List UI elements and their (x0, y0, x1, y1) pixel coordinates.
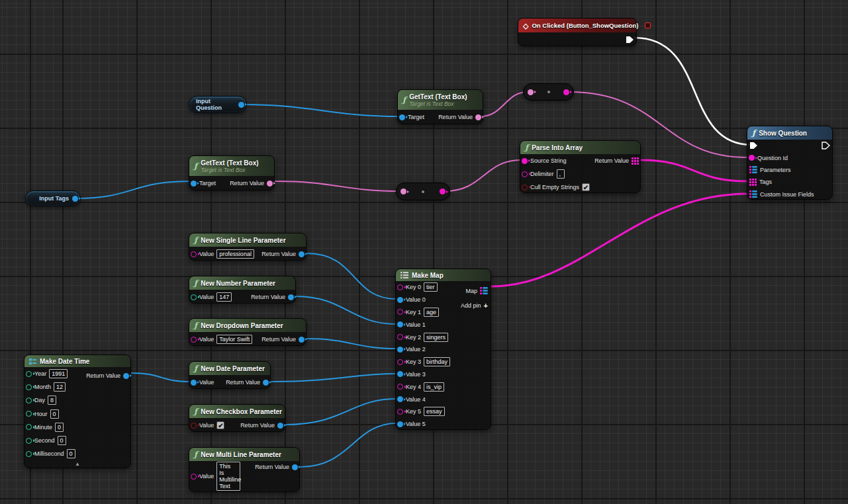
return-value-pin[interactable] (292, 464, 298, 470)
blueprint-canvas[interactable]: ◇ On Clicked (Button_ShowQuestion) Input… (0, 0, 848, 504)
key-5-pin[interactable] (397, 409, 403, 415)
node-new-dropdown-parameter[interactable]: ƒ New Dropdown Parameter Value Taylor Sw… (189, 318, 306, 346)
node-parse-into-array[interactable]: ƒ Parse Into Array Source String Return … (520, 140, 641, 193)
key-4-pin[interactable] (397, 384, 403, 390)
custom-issue-fields-map-pin[interactable] (749, 190, 757, 198)
variable-input-tags[interactable]: Input Tags (25, 190, 81, 206)
day-input[interactable]: 8 (48, 396, 56, 405)
exec-in-pin[interactable] (749, 142, 758, 149)
key-0-input[interactable]: tier (424, 282, 438, 292)
key-3-input[interactable]: birthday (424, 357, 450, 366)
value-input[interactable]: Taylor Swift (216, 335, 252, 344)
key-1-pin[interactable] (397, 309, 403, 315)
value-pin[interactable] (191, 474, 197, 480)
value-5-pin[interactable] (397, 421, 403, 427)
minute-input[interactable]: 0 (55, 423, 64, 432)
year-input[interactable]: 1991 (49, 369, 68, 378)
value-0-pin[interactable] (397, 297, 403, 303)
key-3-pin[interactable] (397, 359, 403, 365)
millisecond-input[interactable]: 0 (67, 449, 75, 458)
return-value-pin[interactable] (123, 373, 129, 379)
value-3-pin[interactable] (397, 371, 403, 377)
value-1-pin[interactable] (397, 321, 403, 327)
return-value-pin[interactable] (288, 294, 294, 300)
reroute-out-pin[interactable] (563, 89, 569, 95)
return-value-pin[interactable] (299, 337, 305, 343)
value-input[interactable]: professional (216, 249, 254, 259)
add-pin-button[interactable]: + (484, 302, 488, 309)
node-subtitle: Target is Text Box (409, 101, 467, 107)
reroute-node-tags[interactable] (396, 183, 450, 200)
hour-input[interactable]: 0 (50, 409, 59, 419)
exec-out-pin[interactable] (822, 142, 830, 149)
key-1-input[interactable]: age (424, 308, 439, 317)
node-new-single-line-parameter[interactable]: ƒ New Single Line Parameter Value profes… (189, 233, 306, 261)
exec-out-pin[interactable] (626, 36, 634, 44)
pin-label: Return Value (86, 372, 120, 379)
cull-empty-strings-checkbox[interactable]: ✔ (582, 183, 590, 191)
output-pin[interactable] (238, 102, 244, 108)
key-4-input[interactable]: is_vip (424, 382, 444, 392)
reroute-out-pin[interactable] (440, 189, 446, 194)
output-pin[interactable] (72, 196, 78, 202)
return-value-pin[interactable] (475, 114, 481, 120)
return-value-pin[interactable] (263, 380, 269, 386)
key-2-input[interactable]: singers (424, 333, 448, 342)
array-return-pin[interactable] (632, 157, 639, 165)
value-pin[interactable] (191, 251, 197, 257)
key-5-input[interactable]: essay (424, 407, 445, 416)
node-title: Make Map (412, 272, 444, 279)
reroute-in-pin[interactable] (528, 89, 534, 95)
node-make-map[interactable]: Make Map Map Add pin + Key 0 tier Value … (395, 269, 491, 430)
reroute-in-pin[interactable] (400, 189, 406, 194)
value-pin[interactable] (191, 380, 197, 386)
delimiter-pin[interactable] (522, 171, 528, 177)
target-pin[interactable] (191, 181, 197, 187)
delegate-pin[interactable] (645, 22, 651, 28)
key-2-pin[interactable] (397, 334, 403, 340)
return-value-pin[interactable] (277, 423, 283, 429)
return-value-pin[interactable] (299, 251, 305, 257)
delimiter-input[interactable]: , (557, 169, 565, 179)
second-input[interactable]: 0 (58, 436, 66, 445)
month-pin[interactable] (26, 384, 32, 390)
value-pin[interactable] (191, 423, 197, 429)
event-icon: ◇ (523, 22, 528, 29)
node-new-multi-line-parameter[interactable]: ƒ New Multi Line Parameter Return Value … (189, 447, 300, 492)
map-output-pin[interactable] (480, 287, 488, 294)
value-pin[interactable] (191, 337, 197, 343)
reroute-node-question[interactable] (523, 83, 574, 101)
return-value-pin[interactable] (267, 181, 273, 187)
node-title: GetText (Text Box) (409, 93, 467, 101)
collapse-pins-arrow[interactable]: ▲ (75, 461, 80, 467)
node-new-number-parameter[interactable]: ƒ New Number Parameter Value 147 Return … (189, 276, 296, 304)
value-input[interactable]: This Is Multiline Text (216, 462, 240, 491)
variable-input-question[interactable]: Input Question (189, 96, 247, 113)
millisecond-pin[interactable] (26, 451, 32, 457)
node-on-clicked[interactable]: ◇ On Clicked (Button_ShowQuestion) (518, 18, 637, 46)
value-pin[interactable] (191, 294, 197, 300)
question-id-pin[interactable] (749, 155, 755, 161)
node-make-date-time[interactable]: Make Date Time Return Value Year 1991 Mo… (24, 355, 131, 468)
value-2-pin[interactable] (397, 347, 403, 353)
minute-pin[interactable] (26, 424, 32, 430)
key-0-pin[interactable] (397, 284, 403, 290)
hour-pin[interactable] (26, 411, 32, 417)
source-string-pin[interactable] (522, 158, 528, 164)
node-new-date-parameter[interactable]: ƒ New Date Parameter Value Return Value (189, 361, 271, 389)
node-show-question[interactable]: ƒ Show Question Question Id Parameters T… (747, 126, 833, 200)
year-pin[interactable] (26, 371, 32, 377)
month-input[interactable]: 12 (54, 382, 66, 392)
tags-array-pin[interactable] (749, 179, 757, 186)
second-pin[interactable] (26, 438, 32, 444)
node-gettext-tags[interactable]: ƒ GetText (Text Box) Target is Text Box … (189, 155, 275, 190)
node-gettext-question[interactable]: ƒ GetText (Text Box) Target is Text Box … (397, 89, 483, 124)
parameters-map-pin[interactable] (749, 166, 757, 173)
target-pin[interactable] (399, 114, 405, 120)
node-new-checkbox-parameter[interactable]: ƒ New Checkbox Parameter Value ✔ Return … (189, 404, 285, 432)
cull-empty-strings-pin[interactable] (522, 185, 528, 190)
value-4-pin[interactable] (397, 396, 403, 402)
value-input[interactable]: 147 (216, 292, 232, 302)
value-checkbox[interactable]: ✔ (216, 421, 224, 429)
day-pin[interactable] (26, 398, 32, 403)
